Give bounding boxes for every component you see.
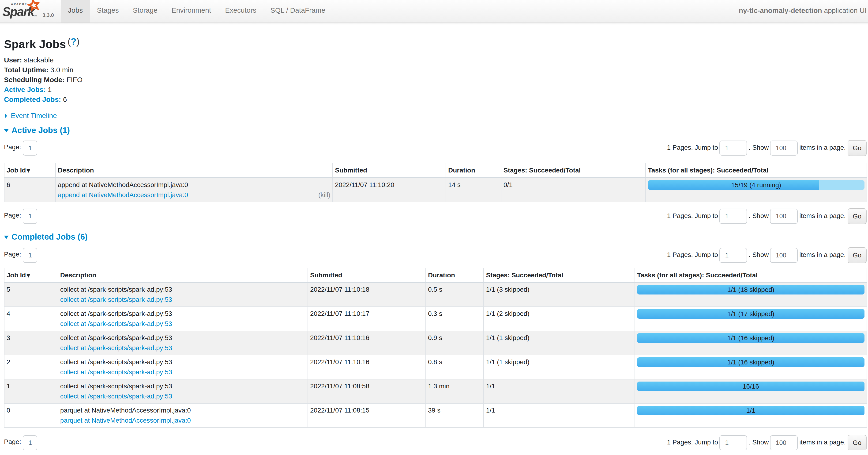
svg-text:TM: TM: [34, 15, 37, 17]
svg-text:Spark: Spark: [2, 5, 35, 19]
